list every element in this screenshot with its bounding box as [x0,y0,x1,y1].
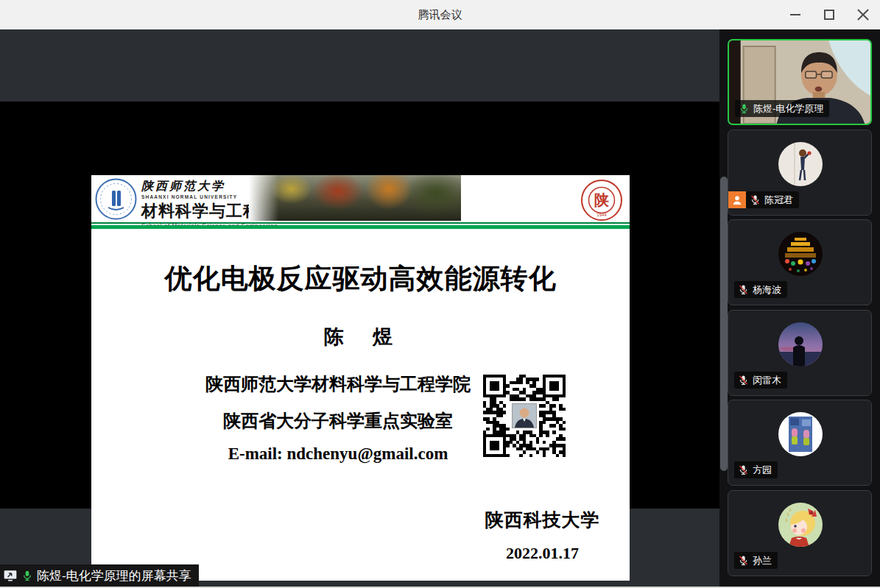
shared-screen-view[interactable]: 陕西师范大学 SHAANXI NORMAL UNIVERSITY 材料科学与工程… [0,29,719,587]
participant-name: 方园 [753,464,772,477]
participant-tile-3[interactable]: 杨海波 [728,219,872,305]
venue-text: 陕西科技大学 [463,508,622,532]
header-divider-top [91,222,630,224]
slide-author: 陈 煜 [91,324,630,350]
date-text: 2022.01.17 [463,544,622,563]
participant-name: 孙兰 [753,554,772,567]
participant-name: 陈冠君 [764,194,793,207]
campus-photo [249,175,461,221]
participant-tile-4[interactable]: 闵雷木 [728,310,872,396]
presentation-slide: 陕西师范大学 SHAANXI NORMAL UNIVERSITY 材料科学与工程… [91,175,630,581]
participant-avatar [778,412,823,456]
svg-text:陕: 陕 [594,192,609,208]
title-bar[interactable]: 腾讯会议 [0,0,880,29]
mic-muted-icon [750,194,761,205]
screen-share-icon [3,568,18,583]
window-controls [789,0,870,29]
participant-tile-2[interactable]: 陈冠君 [728,130,872,216]
svg-text:1944: 1944 [596,213,607,217]
participants-sidebar: 陈煜-电化学原理 [719,29,880,587]
window-title: 腾讯会议 [0,0,880,29]
maximize-icon [824,10,834,20]
university-seal-icon [95,178,137,220]
mic-on-icon [21,570,33,581]
slide-letterbox: 陕西师范大学 SHAANXI NORMAL UNIVERSITY 材料科学与工程… [0,102,719,509]
participant-name: 陈煜-电化学原理 [753,102,823,116]
slide-title: 优化电极反应驱动高效能源转化 [91,261,630,297]
participant-name-bar: 方园 [734,461,778,478]
screen-share-indicator: 陈煜-电化学原理的屏幕共享 [0,564,199,587]
slide-header-banner: 陕西师范大学 SHAANXI NORMAL UNIVERSITY 材料科学与工程… [91,175,630,222]
minimize-icon [790,14,800,15]
participant-name-bar: 孙兰 [734,552,778,569]
participant-name-bar: 陈煜-电化学原理 [735,100,829,117]
close-button[interactable] [856,8,870,21]
mic-muted-icon [738,284,749,295]
meeting-window: 腾讯会议 陕西师范大学 [0,0,880,588]
participant-name-bar: 闵雷木 [734,372,787,389]
mic-muted-icon [738,375,749,386]
participant-tile-5[interactable]: 方园 [728,400,872,486]
qr-code [483,374,566,458]
participant-avatar [778,322,823,366]
participant-avatar [778,142,823,186]
mic-muted-icon [738,555,749,566]
participant-name: 闵雷木 [753,374,781,387]
mic-on-icon [739,103,750,114]
sidebar-scrollbar-thumb[interactable] [720,177,728,471]
participant-tile-1[interactable]: 陈煜-电化学原理 [728,39,872,125]
participant-tile-6[interactable]: 孙兰 [728,490,872,576]
participant-name-bar: 杨海波 [734,281,787,298]
maximize-button[interactable] [823,8,836,21]
participant-name-bar: 陈冠君 [728,191,799,208]
participant-avatar [778,232,823,276]
participant-avatar [778,503,823,547]
header-divider-bottom [91,225,630,229]
red-seal-icon: 陕 1944 [580,179,623,222]
mic-muted-icon [738,464,749,475]
host-badge-icon [728,191,746,208]
participant-name: 杨海波 [753,283,781,297]
venue-block: 陕西科技大学 2022.01.17 [463,508,622,563]
minimize-button[interactable] [789,8,802,21]
share-indicator-text: 陈煜-电化学原理的屏幕共享 [37,567,191,584]
qr-center-portrait [512,403,537,428]
